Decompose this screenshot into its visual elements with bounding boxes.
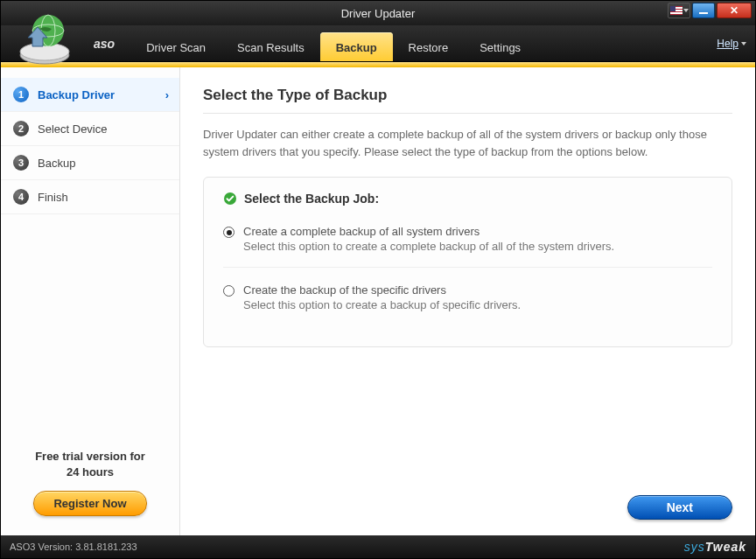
option-specific-backup[interactable]: Create the backup of the specific driver… [223,268,712,325]
step-number-badge: 3 [13,155,29,171]
header: aso Driver Scan Scan Results Backup Rest… [1,25,755,62]
app-window: Driver Updater ✕ [0,0,756,559]
step-number-badge: 1 [13,87,29,102]
step-label: Backup Driver [38,88,115,101]
help-menu[interactable]: Help [708,38,755,50]
option-title: Create a complete backup of all system d… [243,225,614,238]
wizard-sidebar: 1 Backup Driver 2 Select Device 3 Backup… [1,67,180,535]
minimize-button[interactable] [692,3,715,18]
wizard-step-select-device[interactable]: 2 Select Device [1,112,179,146]
trial-line1: Free trial version for [35,450,145,463]
trial-line2: 24 hours [66,465,114,479]
page-description: Driver Updater can either create a compl… [203,126,732,161]
globe-drive-icon [13,11,76,67]
main-tabs: Driver Scan Scan Results Backup Restore … [130,25,536,61]
titlebar: Driver Updater ✕ [1,1,755,25]
step-number-badge: 2 [13,121,29,136]
backup-job-panel: Select the Backup Job: Create a complete… [203,177,732,347]
window-title: Driver Updater [341,7,416,20]
wizard-step-backup-driver[interactable]: 1 Backup Driver [1,78,179,112]
vendor-tweak: Tweak [705,540,746,554]
help-label: Help [717,38,738,50]
titlebar-controls: ✕ [668,3,752,18]
tab-restore[interactable]: Restore [393,32,465,61]
step-number-badge: 4 [13,189,29,205]
radio-specific-backup[interactable] [223,285,234,297]
tab-settings[interactable]: Settings [464,32,536,61]
version-label: ASO3 Version: 3.81.8181.233 [10,542,137,552]
trial-text: Free trial version for 24 hours [10,449,171,480]
tab-driver-scan[interactable]: Driver Scan [130,32,221,61]
option-complete-backup[interactable]: Create a complete backup of all system d… [223,218,712,268]
language-button[interactable] [668,3,690,18]
chevron-down-icon [741,42,746,45]
check-circle-icon [223,192,237,206]
option-subtitle: Select this option to create a complete … [243,240,614,253]
content-pane: Select the Type of Backup Driver Updater… [180,67,755,535]
vendor-sys: sys [684,540,705,554]
minimize-icon [699,12,708,14]
app-logo [1,25,88,61]
wizard-step-backup[interactable]: 3 Backup [1,146,179,180]
wizard-step-finish[interactable]: 4 Finish [1,180,179,214]
brand-label: aso [88,37,123,51]
main-area: 1 Backup Driver 2 Select Device 3 Backup… [1,67,755,535]
backup-job-heading-label: Select the Backup Job: [244,192,379,206]
register-now-button[interactable]: Register Now [33,491,146,516]
nav-buttons: Next [203,478,732,520]
option-title: Create the backup of the specific driver… [243,283,521,297]
step-label: Finish [38,191,68,204]
tab-backup[interactable]: Backup [320,32,393,61]
trial-box: Free trial version for 24 hours Register… [1,433,179,535]
backup-job-heading: Select the Backup Job: [223,192,712,206]
status-bar: ASO3 Version: 3.81.8181.233 sysTweak [1,535,755,558]
us-flag-icon [670,6,682,15]
option-subtitle: Select this option to create a backup of… [243,298,521,311]
chevron-down-icon [683,9,689,12]
tab-scan-results[interactable]: Scan Results [221,32,320,61]
vendor-logo: sysTweak [684,540,746,554]
radio-complete-backup[interactable] [223,227,234,238]
step-label: Backup [38,157,75,170]
step-label: Select Device [38,122,107,136]
page-title: Select the Type of Backup [203,87,732,114]
next-button[interactable]: Next [627,495,732,520]
close-button[interactable]: ✕ [717,3,752,18]
close-icon: ✕ [730,5,738,16]
wizard-steps: 1 Backup Driver 2 Select Device 3 Backup… [1,67,179,214]
